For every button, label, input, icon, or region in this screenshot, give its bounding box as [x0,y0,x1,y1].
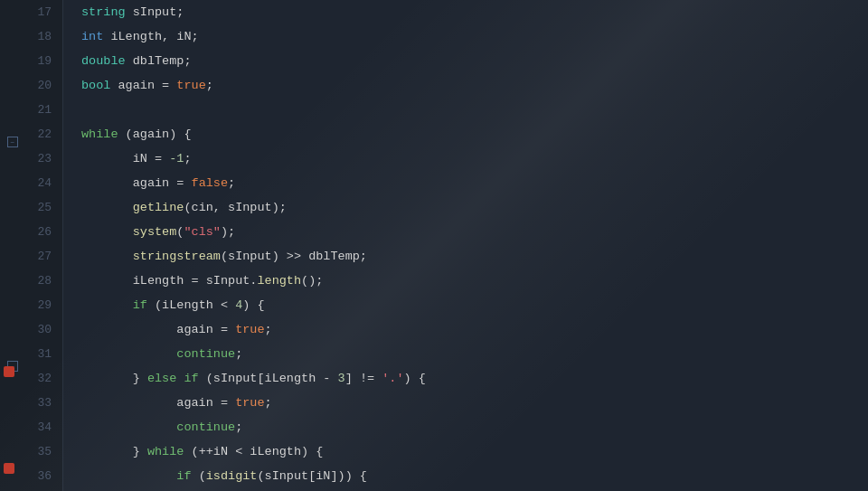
code-text [81,464,176,488]
code-text: again = [81,391,235,415]
code-line-18: int iLength, iN; [81,24,850,49]
code-text [81,244,133,269]
keyword-continue-2: continue [176,415,235,439]
str-dot: '.' [382,366,403,391]
line-34: 34 [26,415,52,439]
code-content: string sInput; int iLength, iN; double d… [63,0,868,491]
line-numbers-gutter: − − 17 18 19 20 21 22 23 24 25 26 27 28 … [0,0,63,491]
keyword-double: double [81,49,126,73]
code-line-28: iLength = sInput. length (); [81,269,850,293]
fn-stringstream: stringstream [133,244,221,269]
line-22: 22 [26,122,52,146]
value-true-2: true [235,317,264,342]
code-text: ; [228,171,235,195]
line-27: 27 [26,244,52,269]
code-line-23: iN = -1 ; [81,146,850,171]
code-text: ) { [242,293,264,317]
code-text: ; [184,146,191,171]
code-text: (++iN < iLength) { [184,439,323,464]
line-33: 33 [26,391,52,415]
code-text [81,220,133,244]
line-29: 29 [26,293,52,317]
value-true: true [176,73,205,98]
keyword-if: if [133,293,147,317]
line-26: 26 [26,220,52,244]
keyword-string: string [81,0,126,24]
line-31: 31 [26,342,52,366]
code-line-20: bool again = true ; [81,73,850,98]
code-text: (iLength < [147,293,235,317]
code-line-36: if ( isdigit (sInput[iN])) { [81,464,850,488]
code-text: iLength = sInput. [81,269,257,293]
num-3: 3 [338,366,345,391]
code-text: (sInput[iN])) { [257,464,367,488]
num-neg1: -1 [169,146,184,171]
code-line-25: getline (cin, sInput); [81,195,850,220]
value-true-3: true [235,391,264,415]
code-line-32: } else if (sInput[iLength - 3 ] != '.' )… [81,366,850,391]
fn-getline: getline [133,195,184,220]
line-30: 30 [26,317,52,342]
code-text: ( [192,464,206,488]
code-line-26: system ( "cls" ); [81,220,850,244]
line-17: 17 [26,0,52,24]
fn-isdigit: isdigit [206,464,258,488]
keyword-while: while [81,122,118,146]
code-line-35: } while (++iN < iLength) { [81,439,850,464]
code-text: } [81,366,147,391]
code-text: ; [206,73,213,98]
code-text: } [81,439,147,464]
line-35: 35 [26,439,52,464]
code-editor: − − 17 18 19 20 21 22 23 24 25 26 27 28 … [0,0,868,491]
code-line-17: string sInput; [81,0,850,24]
value-false: false [192,171,229,195]
collapse-icon-22[interactable]: − [7,137,18,147]
breakpoint-535[interactable] [4,463,14,474]
code-text: ) { [404,366,426,391]
breakpoint-529[interactable] [4,366,14,377]
code-text [81,195,133,220]
keyword-int: int [81,24,103,49]
code-line-30: again = true ; [81,317,850,342]
keyword-continue: continue [176,342,235,366]
code-line-19: double dblTemp; [81,49,850,73]
code-text: dblTemp; [126,49,192,73]
line-36: 36 [26,464,52,488]
line-23: 23 [26,146,52,171]
code-line-22: while (again) { [81,122,850,146]
code-text: ; [265,391,272,415]
code-line-27: stringstream (sInput) >> dblTemp; [81,244,850,269]
fn-system: system [133,220,177,244]
line-28: 28 [26,269,52,293]
str-cls: "cls" [184,220,221,244]
code-text [81,415,176,439]
code-text: again = [81,171,192,195]
keyword-bool: bool [81,73,110,98]
code-text: (sInput) >> dblTemp; [221,244,367,269]
code-text: ; [235,342,242,366]
code-text: ] != [345,366,382,391]
code-text: ( [176,220,184,244]
code-text: (cin, sInput); [184,195,286,220]
code-text: ; [265,317,272,342]
code-line-33: again = true ; [81,391,850,415]
code-text: iN = [81,146,169,171]
code-text [81,342,176,366]
keyword-while-2: while [147,439,184,464]
code-text: (again) { [118,122,192,146]
code-text [81,293,133,317]
code-text: iLength, iN; [103,24,198,49]
code-text: ; [235,415,242,439]
line-18: 18 [26,24,52,49]
line-19: 19 [26,49,52,73]
code-text: ); [221,220,235,244]
num-4: 4 [235,293,242,317]
code-line-31: continue ; [81,342,850,366]
keyword-if-2: if [176,464,191,488]
code-line-24: again = false ; [81,171,850,195]
line-32: 32 [26,366,52,391]
code-line-21 [81,98,850,122]
code-text: again = [81,317,235,342]
line-20: 20 [26,73,52,98]
fn-length: length [257,269,301,293]
